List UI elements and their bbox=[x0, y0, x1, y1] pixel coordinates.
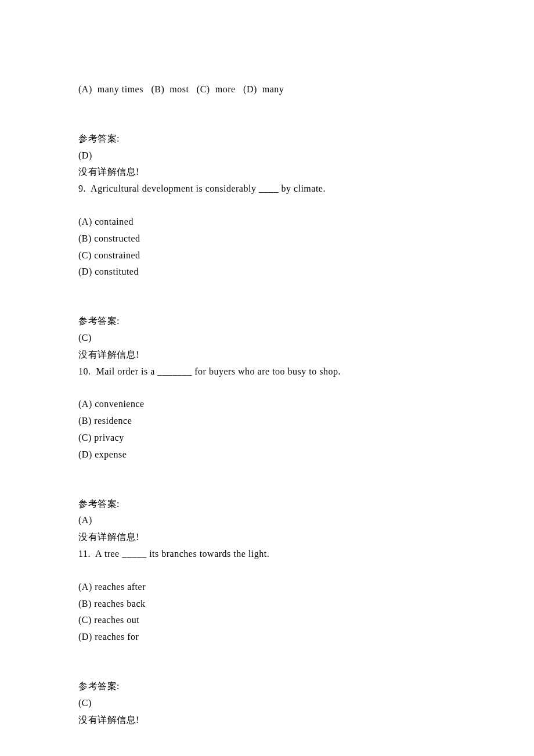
answer-value: (C) bbox=[78, 330, 456, 347]
question-8-options: (A) many times (B) most (C) more (D) man… bbox=[78, 81, 456, 98]
spacer bbox=[78, 297, 456, 313]
answer-value: (A) bbox=[78, 512, 456, 529]
question-11-option-d: (D) reaches for bbox=[78, 629, 456, 646]
answer-value: (C) bbox=[78, 695, 456, 712]
spacer bbox=[78, 380, 456, 396]
spacer bbox=[78, 563, 456, 579]
document-page: (A) many times (B) most (C) more (D) man… bbox=[0, 0, 534, 756]
question-10-option-c: (C) privacy bbox=[78, 430, 456, 447]
question-10-option-a: (A) convenience bbox=[78, 396, 456, 413]
no-explanation: 没有详解信息! bbox=[78, 164, 456, 181]
question-10-option-b: (B) residence bbox=[78, 413, 456, 430]
question-11-option-b: (B) reaches back bbox=[78, 596, 456, 613]
spacer bbox=[78, 98, 456, 114]
question-11-option-a: (A) reaches after bbox=[78, 579, 456, 596]
question-9-option-d: (D) constituted bbox=[78, 264, 456, 280]
spacer bbox=[78, 114, 456, 131]
question-11-option-c: (C) reaches out bbox=[78, 612, 456, 629]
question-9-stem: 9. Agricultural development is considera… bbox=[78, 181, 456, 197]
question-11-stem: 11. A tree _____ its branches towards th… bbox=[78, 546, 456, 563]
no-explanation: 没有详解信息! bbox=[78, 529, 456, 546]
question-9-option-b: (B) constructed bbox=[78, 231, 456, 247]
answer-label: 参考答案: bbox=[78, 313, 456, 330]
answer-label: 参考答案: bbox=[78, 678, 456, 695]
no-explanation: 没有详解信息! bbox=[78, 712, 456, 729]
spacer bbox=[78, 197, 456, 214]
no-explanation: 没有详解信息! bbox=[78, 347, 456, 363]
question-9-option-c: (C) constrained bbox=[78, 247, 456, 264]
spacer bbox=[78, 463, 456, 480]
answer-value: (D) bbox=[78, 147, 456, 164]
answer-label: 参考答案: bbox=[78, 131, 456, 147]
question-10-stem: 10. Mail order is a _______ for buyers w… bbox=[78, 363, 456, 380]
answer-label: 参考答案: bbox=[78, 496, 456, 513]
spacer bbox=[78, 480, 456, 496]
spacer bbox=[78, 646, 456, 662]
spacer bbox=[78, 280, 456, 297]
spacer bbox=[78, 662, 456, 678]
question-9-option-a: (A) contained bbox=[78, 214, 456, 231]
question-10-option-d: (D) expense bbox=[78, 447, 456, 463]
